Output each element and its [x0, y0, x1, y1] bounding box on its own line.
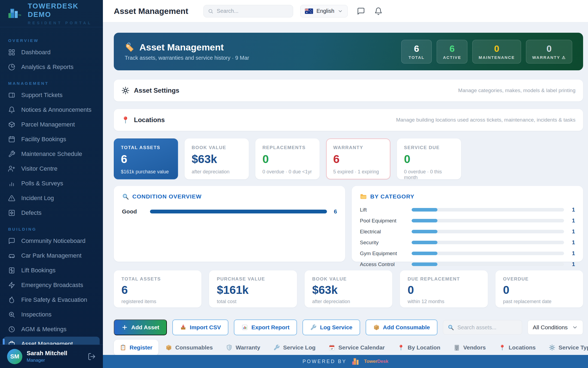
sidebar-item-maintenance-schedule[interactable]: Maintenance Schedule: [0, 147, 103, 161]
asset-settings-link[interactable]: Asset Settings Manage categories, makes,…: [114, 80, 583, 101]
tab-service-log[interactable]: Service Log: [267, 340, 321, 355]
summary-card-label: OVERDUE: [503, 276, 575, 282]
log-service-button[interactable]: Log Service: [302, 319, 360, 335]
stat-filter-cards: TOTAL ASSETS6$161k purchase valueBOOK VA…: [114, 138, 583, 179]
hero-stat-value: 0: [532, 43, 566, 54]
app-window: TD TOWERDESK DEMO RESIDENT PORTAL OVERVI…: [0, 0, 588, 368]
hero-stats: 6TOTAL6ACTIVE0MAINTENANCE0WARRANTY ⚠: [401, 40, 572, 64]
analytics-icon: [8, 64, 15, 71]
stat-card-replacements[interactable]: REPLACEMENTS00 overdue · 0 due <1yr: [255, 138, 320, 179]
add-asset-button[interactable]: Add Asset: [114, 319, 167, 335]
sidebar-item-label: AGM & Meetings: [21, 326, 66, 333]
button-label: Export Report: [251, 324, 289, 331]
stat-card-warranty[interactable]: WARRANTY65 expired · 1 expiring: [326, 138, 390, 179]
briefcase-icon: [8, 340, 15, 345]
tab-by-location[interactable]: By Location: [392, 340, 446, 355]
sidebar-item-label: Asset Management: [21, 340, 73, 345]
category-bar-track: [412, 252, 564, 255]
tab-consumables[interactable]: Consumables: [160, 340, 219, 355]
asset-search-input[interactable]: [457, 324, 517, 331]
asset-settings-title: Asset Settings: [134, 87, 179, 94]
stat-card-label: WARRANTY: [333, 145, 383, 150]
stat-card-total-assets[interactable]: TOTAL ASSETS6$161k purchase value: [114, 138, 178, 179]
language-selector[interactable]: English: [300, 5, 348, 17]
notifications-bell-icon[interactable]: [374, 7, 382, 15]
sidebar-item-notices-and-announcements[interactable]: Notices & Announcements: [0, 102, 103, 117]
zoom-in-icon: [8, 311, 15, 318]
category-bar-track: [412, 219, 564, 222]
sidebar-item-defects[interactable]: Defects: [0, 206, 103, 220]
brand-subtitle: RESIDENT PORTAL: [28, 21, 96, 25]
tab-register[interactable]: Register: [114, 340, 158, 355]
search-input[interactable]: [217, 8, 289, 14]
plus-icon: [121, 324, 128, 331]
sidebar-item-fire-safety-and-evacuation[interactable]: Fire Safety & Evacuation: [0, 292, 103, 307]
sidebar-item-car-park-management[interactable]: Car Park Management: [0, 248, 103, 263]
nav-section-label: BUILDING: [8, 227, 103, 231]
sidebar-item-incident-log[interactable]: Incident Log: [0, 191, 103, 206]
messages-icon[interactable]: [357, 7, 365, 15]
sidebar-item-lift-bookings[interactable]: Lift Bookings: [0, 263, 103, 278]
locations-link[interactable]: Locations Manage building locations used…: [114, 109, 583, 131]
tab-label: By Location: [408, 344, 440, 351]
logout-icon[interactable]: [88, 352, 96, 361]
gear-dark-icon: [121, 86, 130, 95]
sidebar-item-community-noticeboard[interactable]: Community Noticeboard: [0, 234, 103, 248]
user-panel: SM Sarah Mitchell Manager: [0, 345, 103, 368]
hero-stat-label: TOTAL: [408, 55, 425, 60]
page-title: Asset Management: [114, 7, 188, 16]
pin-icon: [121, 116, 130, 124]
sidebar-item-polls-and-surveys[interactable]: Polls & Surveys: [0, 176, 103, 191]
sidebar-item-dashboard[interactable]: Dashboard: [0, 45, 103, 60]
tab-service-calendar[interactable]: 17Service Calendar: [323, 340, 391, 355]
import-csv-button[interactable]: Import CSV: [172, 319, 228, 335]
wrench-color-icon: [273, 344, 280, 351]
condition-filter-select[interactable]: All Conditions: [528, 320, 583, 335]
magnifier-icon: [448, 324, 454, 331]
summary-card-value: $161k: [217, 283, 289, 297]
sidebar-item-visitor-centre[interactable]: Visitor Centre: [0, 161, 103, 176]
avatar: SM: [7, 349, 22, 364]
asset-settings-desc: Manage categories, makes, models & label…: [458, 88, 575, 93]
hero-stat-label: WARRANTY ⚠: [532, 55, 566, 60]
global-search[interactable]: [203, 5, 293, 17]
wrench-color-icon: [310, 324, 317, 331]
hero-stat-label: MAINTENANCE: [479, 55, 515, 60]
sidebar-item-emergency-broadcasts[interactable]: Emergency Broadcasts: [0, 278, 103, 292]
stat-card-service-due[interactable]: SERVICE DUE00 overdue · 0 this month: [397, 138, 461, 179]
add-consumable-button[interactable]: Add Consumable: [366, 319, 438, 335]
tab-label: Service Types: [559, 344, 588, 351]
calendar-icon: [8, 136, 15, 143]
asset-search[interactable]: [443, 320, 522, 335]
export-report-button[interactable]: Export Report: [234, 319, 297, 335]
hero-stat-total: 6TOTAL: [401, 40, 432, 64]
tab-warranty[interactable]: Warranty: [220, 340, 266, 355]
stat-card-sub: after depreciation: [192, 169, 242, 175]
sidebar-item-analytics-and-reports[interactable]: Analytics & Reports: [0, 60, 103, 74]
category-bar-fill: [412, 208, 437, 212]
tab-service-types[interactable]: Service Types: [543, 340, 588, 355]
sidebar-item-inspections[interactable]: Inspections: [0, 307, 103, 322]
category-row-access-control: Access Control1: [360, 261, 575, 267]
language-label: English: [316, 8, 334, 14]
summary-card-due-replacement: DUE REPLACEMENT0within 12 months: [400, 270, 488, 307]
sidebar-item-agm-and-meetings[interactable]: AGM & Meetings: [0, 322, 103, 337]
category-label: Electrical: [360, 229, 407, 235]
sidebar-item-facility-bookings[interactable]: Facility Bookings: [0, 132, 103, 147]
parcel-icon: [8, 121, 15, 128]
stat-card-book-value[interactable]: BOOK VALUE$63kafter depreciation: [185, 138, 249, 179]
tab-locations[interactable]: Locations: [493, 340, 542, 355]
sidebar-item-label: Emergency Broadcasts: [21, 282, 83, 289]
magnifier-icon: [122, 193, 129, 200]
sidebar-item-parcel-management[interactable]: Parcel Management: [0, 117, 103, 132]
package-icon: [373, 324, 380, 331]
stat-card-value: 0: [262, 153, 313, 166]
hero-title: Asset Management: [139, 42, 224, 53]
sidebar-item-support-tickets[interactable]: Support Tickets: [0, 88, 103, 102]
tab-vendors[interactable]: Vendors: [448, 340, 492, 355]
content: Asset Management Track assets, warrantie…: [103, 22, 588, 355]
tag-icon: [125, 42, 135, 53]
sidebar-item-asset-management[interactable]: Asset Management: [3, 337, 100, 345]
category-bar-track: [412, 263, 564, 266]
stat-card-label: TOTAL ASSETS: [121, 145, 171, 150]
